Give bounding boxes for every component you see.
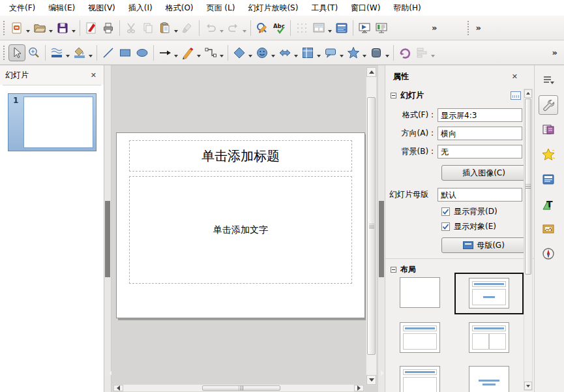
align-dropdown-arrow[interactable] [431, 55, 435, 59]
toolbar-grip[interactable] [3, 45, 6, 61]
align-objects-button[interactable] [413, 44, 430, 61]
new-document-button[interactable] [8, 20, 25, 37]
sidebar-splitter-handle[interactable] [379, 201, 384, 277]
callouts-button[interactable] [322, 44, 339, 61]
tab-navigator-compass-icon[interactable] [539, 244, 558, 264]
tab-properties-wrench-icon[interactable] [539, 95, 558, 115]
menu-page[interactable]: 页面 (L) [200, 1, 242, 16]
more-options-icon[interactable] [511, 91, 521, 100]
line-style-dropdown-arrow[interactable] [66, 55, 70, 59]
background-combobox[interactable]: 无 [438, 145, 522, 158]
presentation-toolbar-grip[interactable] [467, 20, 470, 36]
tab-animation-star-icon[interactable] [539, 145, 558, 164]
block-arrows-dropdown-arrow[interactable] [294, 55, 298, 59]
connector-tool-button[interactable] [202, 44, 219, 61]
outline-placeholder[interactable]: 单击添加文字 [129, 176, 352, 284]
left-panel-splitter[interactable] [104, 65, 111, 392]
menu-help[interactable]: 帮助(H) [387, 1, 427, 16]
scroll-right-button[interactable] [354, 385, 364, 391]
layout-title-content[interactable] [469, 278, 509, 309]
basic-shapes-dropdown-arrow[interactable] [248, 55, 252, 59]
presentation-views-button[interactable] [373, 20, 390, 37]
export-pdf-button[interactable] [83, 20, 100, 37]
3d-objects-dropdown-arrow[interactable] [385, 55, 389, 59]
basic-shapes-button[interactable] [231, 44, 248, 61]
curve-dropdown-arrow[interactable] [197, 55, 201, 59]
stars-dropdown-arrow[interactable] [363, 55, 366, 59]
flowchart-dropdown-arrow[interactable] [317, 55, 321, 59]
copy-button[interactable] [140, 20, 156, 37]
spelling-button[interactable]: Abc [271, 20, 288, 37]
lines-arrows-button[interactable] [156, 44, 173, 61]
open-dropdown-arrow[interactable] [49, 30, 53, 35]
normal-view-button[interactable] [333, 20, 350, 37]
canvas-vertical-scrollbar[interactable] [366, 67, 377, 385]
format-combobox[interactable]: 显示屏4:3 [438, 108, 522, 122]
cut-button[interactable] [123, 20, 140, 37]
fill-color-button[interactable] [71, 44, 88, 61]
undo-button[interactable] [202, 20, 219, 37]
menu-view[interactable]: 视图(V) [82, 1, 122, 16]
menu-edit[interactable]: 编辑(E) [42, 1, 82, 16]
orientation-combobox[interactable]: 横向 [438, 127, 522, 140]
layout-centered-text[interactable] [469, 366, 509, 392]
tab-gallery-icon[interactable] [539, 219, 558, 239]
sidebar-settings-menu-icon[interactable] [539, 70, 558, 90]
paste-dropdown-arrow[interactable] [174, 30, 178, 35]
display-views-button[interactable] [310, 20, 327, 37]
block-arrows-button[interactable] [276, 44, 293, 61]
slide-thumbnail-1[interactable]: 1 [8, 93, 96, 151]
connector-dropdown-arrow[interactable] [220, 55, 224, 59]
show-objects-row[interactable]: 显示对象(E) [441, 220, 534, 232]
tab-styles-icon[interactable]: T [539, 194, 558, 214]
horizontal-scroll-thumb[interactable] [202, 385, 280, 391]
title-placeholder[interactable]: 单击添加标题 [129, 140, 352, 172]
display-views-dropdown-arrow[interactable] [328, 30, 332, 35]
print-button[interactable] [100, 20, 117, 37]
layout-title-two-content[interactable] [469, 322, 509, 353]
layout-blank[interactable] [400, 277, 440, 308]
3d-objects-button[interactable] [368, 44, 385, 61]
zoom-tool-button[interactable] [25, 44, 42, 61]
scroll-up-button[interactable] [366, 67, 376, 77]
menu-tools[interactable]: 工具(T) [304, 1, 344, 16]
master-slide-combobox[interactable]: 默认 [438, 188, 522, 202]
undo-dropdown-arrow[interactable] [220, 30, 224, 35]
menu-slideshow[interactable]: 幻灯片放映(S) [241, 1, 304, 16]
start-slideshow-button[interactable] [356, 20, 373, 37]
save-button[interactable] [54, 20, 71, 37]
layout-title-content-empty[interactable] [400, 322, 440, 353]
ellipse-button[interactable] [134, 44, 151, 61]
master-view-button[interactable]: 母版(G) [441, 237, 526, 253]
flowchart-button[interactable] [299, 44, 316, 61]
sidebar-close-icon[interactable]: ✕ [510, 72, 520, 82]
symbol-shapes-button[interactable] [254, 44, 271, 61]
menu-insert[interactable]: 插入(I) [122, 1, 159, 16]
sidebar-scroll-down-button[interactable] [524, 382, 532, 390]
presentation-toolbar-overflow-button[interactable]: » [473, 23, 483, 33]
sidebar-scrollbar[interactable] [524, 89, 533, 391]
show-background-row[interactable]: 显示背景(D) [441, 205, 534, 217]
save-dropdown-arrow[interactable] [72, 30, 76, 35]
scroll-left-button[interactable] [113, 385, 123, 391]
menu-format[interactable]: 格式(O) [159, 1, 200, 16]
insert-image-button[interactable]: 插入图像(C) [441, 165, 526, 181]
open-button[interactable] [31, 20, 48, 37]
rectangle-button[interactable] [117, 44, 134, 61]
layout-title-only[interactable] [400, 366, 440, 392]
collapse-icon[interactable] [391, 93, 396, 98]
lines-arrows-dropdown-arrow[interactable] [174, 55, 178, 59]
rotate-button[interactable] [396, 44, 413, 61]
paste-button[interactable] [156, 20, 173, 37]
new-dropdown-arrow[interactable] [26, 30, 30, 35]
menu-window[interactable]: 窗口(W) [344, 1, 387, 16]
toolbar-overflow-button[interactable]: » [429, 23, 439, 33]
collapse-icon[interactable] [391, 267, 396, 273]
slide-page[interactable]: 单击添加标题 单击添加文字 [116, 132, 365, 318]
left-splitter-handle[interactable] [105, 201, 110, 277]
show-background-checkbox[interactable] [441, 207, 450, 216]
sidebar-scroll-thumb[interactable] [525, 98, 531, 275]
tab-slide-transition-icon[interactable] [539, 120, 558, 140]
fill-color-dropdown-arrow[interactable] [89, 55, 93, 59]
slide-section-header[interactable]: 幻灯片 [385, 85, 534, 104]
